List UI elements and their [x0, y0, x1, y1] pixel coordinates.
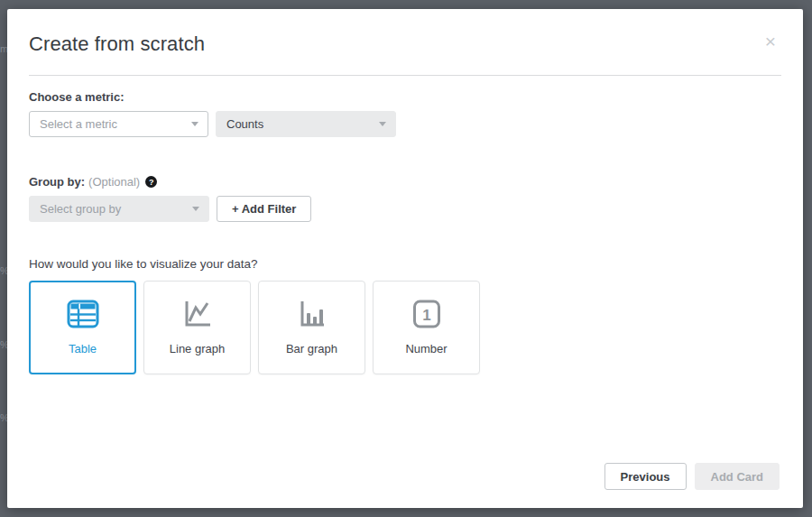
backdrop-text-fragment: %: [0, 339, 7, 350]
bar-graph-icon: [296, 300, 328, 332]
viz-option-table[interactable]: Table: [29, 281, 136, 374]
viz-option-bar-graph[interactable]: Bar graph: [258, 281, 365, 374]
previous-button[interactable]: Previous: [604, 463, 687, 490]
visualization-options: Table Line graph: [29, 281, 781, 374]
add-card-button[interactable]: Add Card: [695, 463, 780, 490]
choose-metric-label: Choose a metric:: [29, 90, 781, 104]
screen-backdrop: m % % % Create from scratch × Choose a m…: [0, 0, 812, 517]
help-icon[interactable]: ?: [145, 176, 157, 188]
add-filter-button[interactable]: + Add Filter: [217, 196, 311, 222]
chevron-down-icon: [191, 122, 198, 126]
optional-label: (Optional): [88, 175, 140, 189]
close-icon[interactable]: ×: [765, 32, 776, 51]
backdrop-text-fragment: %: [0, 412, 7, 423]
aggregation-select-value: Counts: [226, 117, 263, 131]
viz-option-label: Bar graph: [286, 342, 337, 355]
line-graph-icon: [181, 300, 214, 332]
group-by-select-placeholder: Select group by: [40, 202, 121, 216]
aggregation-select[interactable]: Counts: [216, 111, 396, 137]
modal-title: Create from scratch: [29, 32, 781, 56]
backdrop-text-fragment: %: [0, 265, 7, 276]
backdrop-text-fragment: m: [0, 43, 7, 54]
table-icon: [67, 300, 99, 332]
visualize-question: How would you like to visualize your dat…: [29, 257, 781, 271]
title-divider: [29, 75, 781, 76]
chevron-down-icon: [192, 207, 199, 211]
create-from-scratch-modal: Create from scratch × Choose a metric: S…: [7, 9, 803, 508]
group-by-label: Group by: (Optional) ?: [29, 175, 781, 189]
viz-option-label: Line graph: [170, 342, 225, 355]
viz-option-line-graph[interactable]: Line graph: [143, 281, 251, 374]
number-icon: 1: [411, 300, 442, 332]
chevron-down-icon: [379, 122, 386, 126]
viz-option-number[interactable]: 1 Number: [373, 281, 480, 374]
group-by-select[interactable]: Select group by: [29, 196, 209, 222]
modal-footer: Previous Add Card: [604, 463, 780, 490]
metric-controls-row: Select a metric Counts: [29, 111, 781, 137]
svg-text:1: 1: [422, 307, 430, 324]
metric-select[interactable]: Select a metric: [29, 111, 208, 137]
viz-option-label: Number: [405, 342, 447, 355]
group-controls-row: Select group by + Add Filter: [29, 196, 781, 222]
viz-option-label: Table: [69, 342, 97, 355]
metric-select-placeholder: Select a metric: [40, 117, 117, 131]
